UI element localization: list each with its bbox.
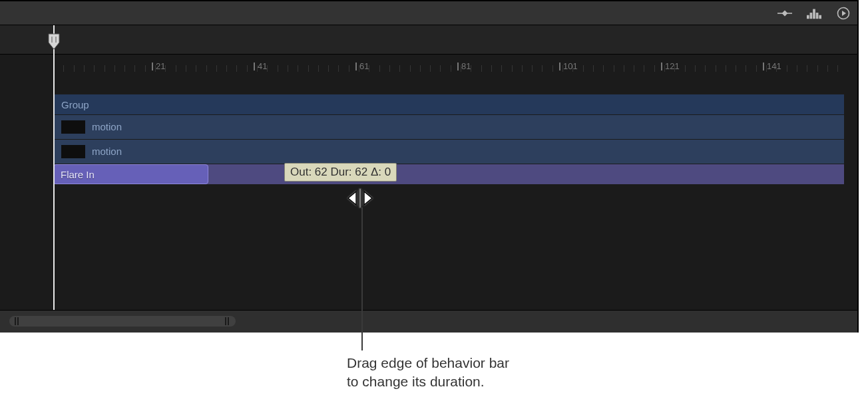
behavior-bar[interactable]: Flare In bbox=[53, 164, 208, 184]
layer-label: motion bbox=[92, 121, 122, 132]
layer-thumbnail bbox=[61, 145, 85, 158]
svg-rect-6 bbox=[819, 15, 821, 19]
hscroll-thumb[interactable] bbox=[9, 316, 236, 327]
callout-line1: Drag edge of behavior bar bbox=[347, 355, 509, 370]
group-label: Group bbox=[61, 99, 89, 110]
behavior-label: Flare In bbox=[61, 169, 95, 180]
callout-line2: to change its duration. bbox=[347, 374, 485, 389]
tracks-inner: Group motion motion Flare In bbox=[53, 94, 844, 184]
timeline-ruler[interactable]: 21416181101121141 bbox=[0, 25, 857, 55]
trim-cursor-icon[interactable] bbox=[347, 189, 373, 207]
svg-rect-4 bbox=[813, 9, 815, 19]
svg-marker-14 bbox=[364, 192, 372, 205]
tracks-area: Group motion motion Flare In bbox=[0, 55, 857, 310]
layer-row[interactable]: motion bbox=[53, 115, 844, 139]
audio-timeline-icon[interactable] bbox=[807, 6, 821, 21]
trim-tooltip: Out: 62 Dur: 62 Δ: 0 bbox=[284, 163, 397, 182]
svg-rect-3 bbox=[810, 13, 813, 19]
timeline-panel: 21416181101121141 Group motion motion bbox=[0, 0, 859, 333]
playhead-marker-icon[interactable] bbox=[48, 33, 60, 51]
timeline-toolbar bbox=[0, 1, 857, 25]
svg-rect-2 bbox=[807, 15, 809, 19]
scroll-grip-left-icon[interactable] bbox=[15, 317, 20, 325]
callout-leader-line bbox=[361, 207, 363, 350]
svg-rect-5 bbox=[816, 13, 819, 19]
keyframe-editor-icon[interactable] bbox=[777, 6, 792, 21]
mini-timeline-icon[interactable] bbox=[836, 6, 851, 21]
group-bar[interactable]: Group bbox=[53, 94, 844, 114]
layer-row[interactable]: motion bbox=[53, 140, 844, 164]
svg-rect-1 bbox=[782, 10, 788, 16]
trim-tooltip-text: Out: 62 Dur: 62 Δ: 0 bbox=[290, 166, 391, 178]
callout-text: Drag edge of behavior bar to change its … bbox=[347, 354, 509, 392]
scroll-grip-right-icon[interactable] bbox=[225, 317, 230, 325]
svg-marker-11 bbox=[348, 192, 356, 205]
behavior-track: Flare In bbox=[53, 164, 844, 184]
hscroll-area bbox=[0, 310, 857, 333]
svg-marker-8 bbox=[842, 11, 846, 16]
playhead[interactable] bbox=[53, 25, 55, 310]
layer-label: motion bbox=[92, 146, 122, 157]
layer-thumbnail bbox=[61, 120, 85, 134]
